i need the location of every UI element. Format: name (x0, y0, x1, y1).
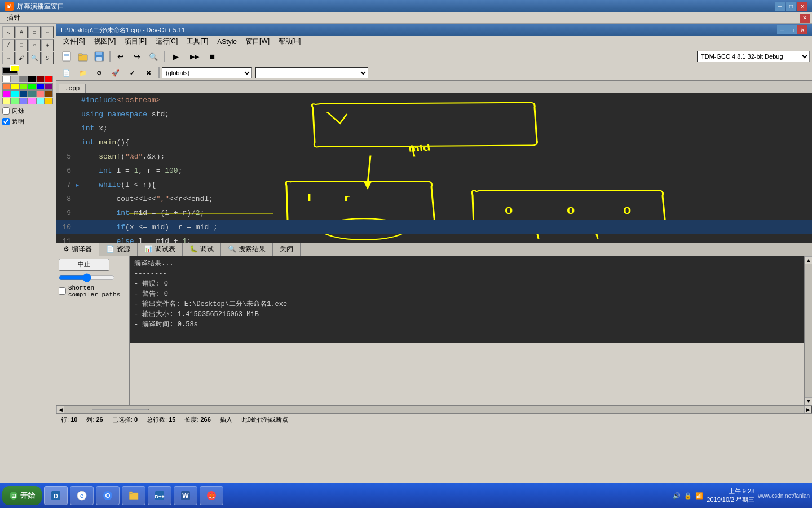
tool-arrow[interactable]: → (2, 52, 15, 64)
tool-circle[interactable]: ○ (28, 39, 41, 51)
tab-resource[interactable]: 📄 资源 (99, 243, 138, 256)
tb2-stop2[interactable]: ✖ (140, 66, 156, 80)
tb2-debug-check[interactable]: ✔ (124, 66, 140, 80)
color-blue[interactable] (36, 83, 45, 90)
menu-window[interactable]: 窗口[W] (241, 36, 274, 47)
tool-brush[interactable]: 🖌 (15, 52, 28, 64)
tab-close[interactable]: 关闭 (273, 243, 301, 256)
scroll-up-btn[interactable]: ▲ (805, 256, 812, 264)
color-black[interactable] (28, 76, 36, 82)
color-lgray[interactable] (11, 76, 19, 82)
scroll-left-btn[interactable]: ◀ (56, 406, 64, 414)
color-orange[interactable] (2, 83, 11, 90)
devcpp-max-btn[interactable]: □ (787, 25, 797, 34)
color-teal[interactable] (28, 90, 36, 97)
tool-select[interactable]: ↖ (2, 26, 15, 38)
scrollbar-right[interactable]: ▲ ▼ (804, 256, 812, 406)
tool-pencil[interactable]: ✏ (41, 26, 54, 38)
menu-project[interactable]: 项目[P] (120, 36, 151, 47)
tool-line[interactable]: / (2, 39, 15, 51)
menu-file[interactable]: 文件[S] (59, 36, 90, 47)
color-lteal[interactable] (36, 98, 45, 104)
devcpp-min-btn[interactable]: ─ (777, 25, 787, 34)
taskbar-devcpp[interactable]: D (44, 486, 68, 505)
tool-text[interactable]: A (15, 26, 28, 38)
devcpp-close-btn[interactable]: ✕ (797, 25, 807, 34)
start-button[interactable]: ⊞ 开始 (2, 486, 42, 505)
color-gold[interactable] (45, 98, 53, 104)
minimize-btn[interactable]: ─ (775, 2, 785, 11)
color-lgreen[interactable] (19, 83, 28, 90)
function-combo[interactable] (255, 67, 368, 78)
tb-save[interactable] (91, 49, 107, 64)
globals-combo[interactable]: (globals) (162, 67, 252, 78)
taskbar-ie[interactable]: e (70, 486, 94, 505)
tb-undo[interactable]: ↩ (113, 49, 129, 64)
menu-pin[interactable]: 插针 (2, 12, 25, 24)
maximize-btn[interactable]: □ (786, 2, 796, 11)
color-gray[interactable] (19, 76, 28, 82)
color-yellow[interactable] (11, 83, 19, 90)
taskbar-word[interactable]: W (174, 486, 197, 505)
scroll-hthumb[interactable] (92, 409, 149, 410)
tool-rect[interactable]: □ (15, 39, 28, 51)
color-current-bg[interactable] (2, 67, 18, 75)
shorten-paths-check[interactable] (59, 287, 66, 295)
menu-tools[interactable]: 工具[T] (182, 36, 213, 47)
tb-search[interactable]: 🔍 (145, 49, 161, 64)
tool-fill[interactable]: ◈ (41, 39, 54, 51)
tab-search[interactable]: 🔍 搜索结果 (221, 243, 273, 256)
close-overlay-btn[interactable]: ✕ (800, 14, 810, 23)
tb-run[interactable]: ▶▶ (186, 49, 204, 64)
tab-debug-table[interactable]: 📊 调试表 (138, 243, 183, 256)
code-editor[interactable]: #include<iostream> using namespace std; … (56, 93, 812, 243)
tb-open[interactable] (75, 49, 91, 64)
color-mint[interactable] (11, 98, 19, 104)
tb-compile[interactable]: ▶ (167, 49, 185, 64)
color-lyellow[interactable] (2, 98, 11, 104)
menu-run[interactable]: 运行[C] (151, 36, 182, 47)
compiler-combo[interactable]: TDM-GCC 4.8.1 32-bit Debug (697, 51, 810, 62)
file-tab-cpp[interactable]: .cpp (59, 84, 86, 93)
taskbar-chrome[interactable] (96, 486, 120, 505)
close-btn[interactable]: ✕ (797, 2, 807, 11)
tb2-run2[interactable]: 🚀 (108, 66, 123, 80)
scrollbar-bottom[interactable]: ◀ ▶ (56, 405, 812, 413)
color-purple[interactable] (45, 83, 53, 90)
tb2-compile2[interactable]: ⚙ (91, 66, 107, 80)
color-orchid[interactable] (28, 98, 36, 104)
tb-new[interactable] (59, 49, 74, 64)
color-pink[interactable] (36, 90, 45, 97)
tool-eraser[interactable]: ◻ (28, 26, 41, 38)
color-navy[interactable] (19, 90, 28, 97)
menu-astyle[interactable]: AStyle (213, 37, 241, 47)
color-current-fg[interactable] (10, 65, 19, 71)
tb2-new-src[interactable]: 📄 (59, 66, 74, 80)
color-lavender[interactable] (19, 98, 28, 104)
tab-compiler[interactable]: ⚙ 编译器 (56, 243, 99, 256)
color-brown[interactable] (45, 90, 53, 97)
tool-extra[interactable]: S (41, 52, 54, 64)
taskbar-explorer[interactable] (122, 486, 145, 505)
color-red[interactable] (45, 76, 53, 82)
scroll-down-btn[interactable]: ▼ (805, 397, 812, 405)
menu-help[interactable]: 帮助[H] (274, 36, 305, 47)
color-white[interactable] (2, 76, 11, 82)
color-green[interactable] (28, 83, 36, 90)
menu-view[interactable]: 视图[V] (90, 36, 121, 47)
color-cyan[interactable] (11, 90, 19, 97)
tb-stop[interactable]: ⏹ (204, 49, 220, 64)
tab-debug[interactable]: 🐛 调试 (183, 243, 221, 256)
tb2-new-proj[interactable]: 📁 (75, 66, 91, 80)
color-dred[interactable] (36, 76, 45, 82)
tb-redo[interactable]: ↪ (129, 49, 145, 64)
compile-btn[interactable]: 中止 (59, 259, 109, 271)
color-magenta[interactable] (2, 90, 11, 97)
scroll-right-btn[interactable]: ▶ (804, 406, 812, 414)
tool-zoom[interactable]: 🔍 (28, 52, 41, 64)
trans-check[interactable] (2, 118, 10, 125)
taskbar-devcpp2[interactable]: D++ (148, 486, 171, 505)
taskbar-foxmail[interactable]: 🦊 (200, 486, 223, 505)
fade-check[interactable] (2, 107, 10, 115)
compile-progress[interactable] (59, 273, 115, 282)
